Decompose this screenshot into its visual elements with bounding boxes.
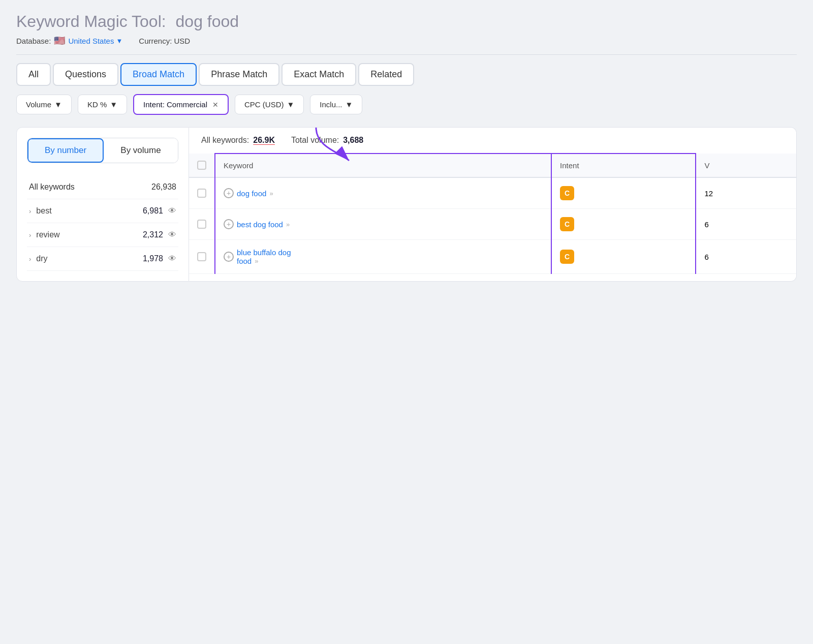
add-keyword-icon[interactable]: +	[224, 219, 234, 229]
chevron-right-icon[interactable]: ›	[29, 207, 31, 215]
row-keyword-cell: + best dog food »	[215, 209, 551, 240]
tab-broad-match[interactable]: Broad Match	[120, 63, 197, 86]
keyword-text[interactable]: dog food	[237, 189, 266, 198]
sidebar-item-count: 6,981	[143, 206, 163, 216]
stats-row: All keywords: 26.9K Total volume: 3,688	[189, 128, 796, 153]
volume-col-label: V	[704, 161, 709, 170]
page-header: Keyword Magic Tool: dog food Database: 🇺…	[16, 12, 797, 46]
eye-icon[interactable]: 👁	[168, 230, 176, 239]
all-keywords-label: All keywords	[29, 182, 75, 192]
all-keywords-stat-value: 26.9K	[253, 136, 275, 145]
filter-kd-label: KD %	[87, 100, 107, 109]
keyword-expand-icon[interactable]: »	[286, 221, 290, 228]
total-volume-value: 3,688	[343, 136, 363, 145]
chevron-down-icon: ▼	[54, 100, 62, 109]
filter-volume[interactable]: Volume ▼	[16, 95, 72, 114]
chevron-right-icon[interactable]: ›	[29, 231, 31, 239]
database-label: Database: 🇺🇸 United States ▼	[16, 35, 122, 46]
title-keyword: dog food	[176, 12, 239, 30]
chevron-down-icon: ▼	[287, 100, 294, 109]
col-keyword-header: Keyword	[215, 154, 551, 177]
page-wrapper: Keyword Magic Tool: dog food Database: 🇺…	[16, 12, 797, 282]
row-checkbox[interactable]	[197, 220, 206, 229]
sidebar-item-count: 2,312	[143, 230, 163, 239]
tabs-row: All Questions Broad Match Phrase Match E…	[16, 63, 797, 86]
table-header-row: Keyword Intent V	[189, 154, 796, 177]
row-volume-value: 6	[704, 220, 708, 229]
add-keyword-icon[interactable]: +	[224, 188, 234, 198]
keyword-cell-content: + best dog food »	[224, 219, 543, 229]
close-icon[interactable]: ✕	[212, 101, 218, 109]
sidebar-item-label: best	[36, 206, 143, 216]
keyword-expand-icon[interactable]: »	[255, 257, 258, 265]
list-item: › best 6,981 👁	[27, 199, 178, 223]
col-checkbox	[189, 154, 215, 177]
chevron-right-icon[interactable]: ›	[29, 255, 31, 263]
intent-badge: C	[560, 217, 574, 231]
filter-cpc-label: CPC (USD)	[244, 100, 284, 109]
table-header: Keyword Intent V	[189, 154, 796, 177]
tab-exact-match[interactable]: Exact Match	[282, 63, 356, 86]
sidebar-item-label: review	[36, 230, 143, 239]
main-content: By number By volume All keywords 26,938 …	[16, 127, 797, 282]
filter-kd[interactable]: KD % ▼	[78, 95, 127, 114]
list-item: › review 2,312 👁	[27, 223, 178, 247]
multiline-keyword: blue buffalo dog food »	[237, 248, 291, 265]
keyword-text[interactable]: best dog food	[237, 220, 283, 229]
list-item: › dry 1,978 👁	[27, 247, 178, 271]
right-panel: All keywords: 26.9K Total volume: 3,688 …	[189, 127, 797, 282]
eye-icon[interactable]: 👁	[168, 254, 176, 263]
keyword-text-2[interactable]: food	[237, 257, 252, 265]
row-volume-value: 12	[704, 189, 713, 198]
database-text: Database:	[16, 37, 51, 45]
title-prefix: Keyword Magic Tool:	[16, 12, 166, 30]
row-keyword-cell: + blue buffalo dog food »	[215, 240, 551, 274]
row-checkbox[interactable]	[197, 252, 206, 261]
table-row: + blue buffalo dog food »	[189, 240, 796, 274]
stats-area: All keywords: 26.9K Total volume: 3,688	[189, 128, 796, 153]
row-keyword-cell: + dog food »	[215, 177, 551, 209]
col-intent-header: Intent	[551, 154, 696, 177]
sidebar-item-count: 1,978	[143, 254, 163, 263]
database-value: United States	[68, 37, 114, 45]
filter-inclu[interactable]: Inclu... ▼	[310, 95, 362, 114]
page-title: Keyword Magic Tool: dog food	[16, 12, 797, 31]
eye-icon[interactable]: 👁	[168, 206, 176, 216]
tab-questions[interactable]: Questions	[53, 63, 118, 86]
toggle-by-volume[interactable]: By volume	[104, 138, 178, 163]
filter-cpc[interactable]: CPC (USD) ▼	[235, 95, 304, 114]
row-intent-cell: C	[551, 177, 696, 209]
filter-volume-label: Volume	[26, 100, 51, 109]
row-intent-cell: C	[551, 209, 696, 240]
row-intent-cell: C	[551, 240, 696, 274]
sidebar-item-label: dry	[36, 254, 143, 263]
tab-related[interactable]: Related	[358, 63, 414, 86]
all-keywords-count: 26,938	[151, 182, 176, 192]
select-all-checkbox[interactable]	[197, 161, 206, 170]
filters-row: Volume ▼ KD % ▼ Intent: Commercial ✕ CPC…	[16, 94, 797, 115]
add-keyword-icon[interactable]: +	[224, 252, 234, 262]
keyword-expand-icon[interactable]: »	[269, 190, 273, 197]
left-sidebar: By number By volume All keywords 26,938 …	[16, 127, 189, 282]
database-link[interactable]: United States ▼	[68, 37, 122, 45]
intent-badge: C	[560, 186, 574, 200]
chevron-down-icon: ▼	[346, 100, 353, 109]
toggle-group: By number By volume	[27, 138, 178, 163]
all-keywords-stat-label: All keywords:	[201, 136, 249, 145]
intent-badge: C	[560, 250, 574, 264]
sidebar-all-keywords: All keywords 26,938	[27, 175, 178, 199]
keyword-text[interactable]: blue buffalo dog	[237, 248, 291, 257]
table-body: + dog food » C 12	[189, 177, 796, 274]
filter-intent[interactable]: Intent: Commercial ✕	[133, 94, 229, 115]
tab-all[interactable]: All	[16, 63, 51, 86]
keyword-cell-content: + dog food »	[224, 188, 543, 198]
row-volume-cell: 6	[696, 209, 796, 240]
tab-phrase-match[interactable]: Phrase Match	[199, 63, 279, 86]
row-checkbox-cell	[189, 240, 215, 274]
toggle-by-number[interactable]: By number	[27, 138, 104, 163]
keywords-table: Keyword Intent V	[189, 153, 796, 274]
col-volume-header: V	[696, 154, 796, 177]
chevron-down-icon: ▼	[116, 37, 122, 45]
currency-label: Currency: USD	[139, 37, 190, 45]
row-checkbox[interactable]	[197, 189, 206, 198]
